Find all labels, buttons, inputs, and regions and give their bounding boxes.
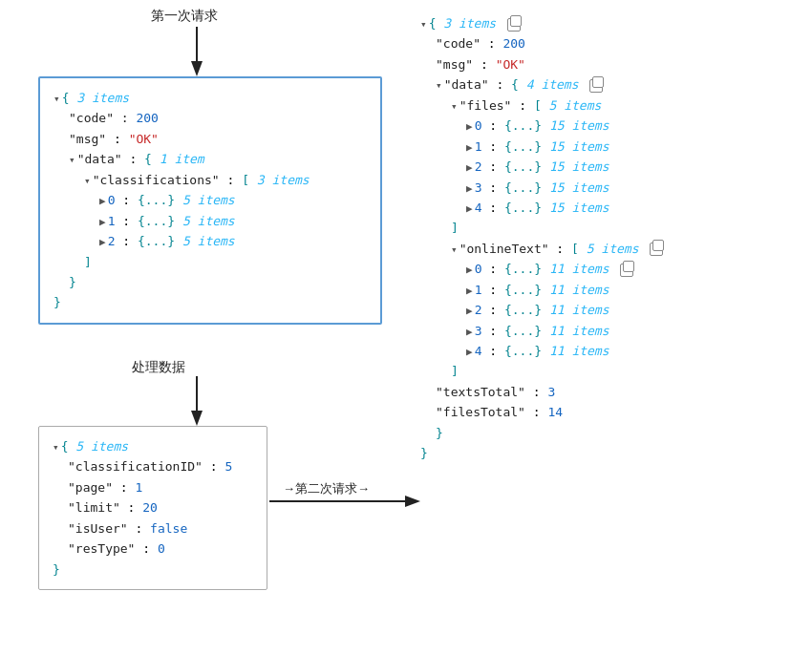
- right-root-line: ▾{ 3 items: [420, 13, 663, 33]
- copy-icon-onlinetext[interactable]: [650, 243, 663, 256]
- right-online-3: ▶3 : {...} 11 items: [466, 321, 663, 341]
- first-item2-line: ▶2 : {...} 5 items: [99, 231, 367, 251]
- right-msg-line: "msg" : "OK": [436, 54, 663, 74]
- right-panel: ▾{ 3 items "code" : 200 "msg" : "OK" ▾"d…: [420, 13, 663, 464]
- first-code-line: "code" : 200: [69, 108, 367, 128]
- right-online-1: ▶1 : {...} 11 items: [466, 280, 663, 300]
- copy-icon-data[interactable]: [589, 79, 603, 93]
- right-files-0: ▶0 : {...} 15 items: [466, 116, 663, 136]
- right-data-line: ▾"data" : { 4 items: [436, 74, 663, 95]
- second-limit-line: "limit" : 20: [68, 497, 253, 518]
- second-request-box: ▾{ 5 items "classificationID" : 5 "page"…: [38, 426, 267, 590]
- right-online-2: ▶2 : {...} 11 items: [466, 300, 663, 320]
- right-filestotal-line: "filesTotal" : 14: [436, 402, 663, 422]
- second-request-label: →第二次请求→: [283, 480, 370, 497]
- second-close-brace: }: [53, 560, 253, 580]
- page-container: 第一次请求 ▾{ 3 items "code" : 200 "msg" : "O…: [0, 0, 812, 655]
- right-files-1: ▶1 : {...} 15 items: [466, 137, 663, 157]
- arrow-down-first: [187, 27, 206, 76]
- right-onlinetext-line: ▾"onlineText" : [ 5 items: [451, 239, 663, 259]
- second-root-line: ▾{ 5 items: [53, 436, 253, 456]
- second-page-line: "page" : 1: [68, 477, 253, 497]
- first-item0-line: ▶0 : {...} 5 items: [99, 190, 367, 210]
- first-classifications-line: ▾"classifications" : [ 3 items: [84, 170, 367, 190]
- first-msg-line: "msg" : "OK": [69, 129, 367, 149]
- first-data-line: ▾"data" : { 1 item: [69, 149, 367, 169]
- copy-icon-online-0[interactable]: [620, 264, 633, 277]
- right-files-line: ▾"files" : [ 5 items: [451, 95, 663, 116]
- process-data-label: 处理数据: [132, 359, 185, 376]
- right-online-0: ▶0 : {...} 11 items: [466, 259, 663, 279]
- right-data-close: }: [436, 423, 663, 443]
- first-close-bracket: ]: [84, 252, 367, 272]
- first-root-line: ▾{ 3 items: [53, 88, 367, 108]
- right-files-3: ▶3 : {...} 15 items: [466, 178, 663, 198]
- first-item1-line: ▶1 : {...} 5 items: [99, 211, 367, 231]
- second-isuser-line: "isUser" : false: [68, 518, 253, 539]
- right-files-2: ▶2 : {...} 15 items: [466, 157, 663, 177]
- right-code-line: "code" : 200: [436, 33, 663, 53]
- copy-icon-root[interactable]: [507, 18, 521, 32]
- right-files-4: ▶4 : {...} 15 items: [466, 198, 663, 218]
- first-close-brace1: }: [69, 272, 367, 292]
- right-textstotal-line: "textsTotal" : 3: [436, 382, 663, 402]
- right-root-close: }: [420, 443, 663, 463]
- right-online-close: ]: [451, 361, 663, 381]
- second-restype-line: "resType" : 0: [68, 539, 253, 559]
- first-close-brace2: }: [53, 292, 367, 312]
- first-request-box: ▾{ 3 items "code" : 200 "msg" : "OK" ▾"d…: [38, 76, 382, 325]
- first-request-label: 第一次请求: [151, 8, 218, 25]
- right-online-4: ▶4 : {...} 11 items: [466, 341, 663, 361]
- right-files-close: ]: [451, 218, 663, 238]
- arrow-down-process: [187, 376, 206, 426]
- second-classid-line: "classificationID" : 5: [68, 456, 253, 476]
